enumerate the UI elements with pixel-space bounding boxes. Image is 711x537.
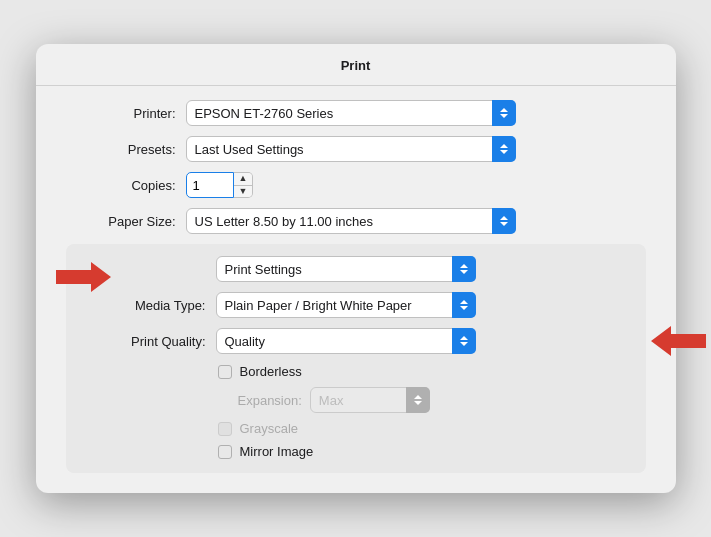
mirror-image-row: Mirror Image (66, 444, 646, 459)
svg-marker-0 (56, 262, 111, 292)
print-settings-select-wrapper: Print Settings (216, 256, 476, 282)
copies-input[interactable] (186, 172, 234, 198)
expansion-row: Expansion: Max Normal Min (66, 387, 646, 413)
print-quality-select-wrapper: Quality (216, 328, 476, 354)
borderless-checkbox[interactable] (218, 365, 232, 379)
dialog-title: Print (36, 44, 676, 86)
copies-label: Copies: (66, 178, 176, 193)
svg-marker-1 (651, 326, 706, 356)
media-type-select[interactable]: Plain Paper / Bright White Paper (216, 292, 476, 318)
printer-label: Printer: (66, 106, 176, 121)
copies-stepper: ▲ ▼ (234, 172, 254, 198)
expansion-label: Expansion: (238, 393, 302, 408)
grayscale-row: Grayscale (66, 421, 646, 436)
mirror-image-checkbox[interactable] (218, 445, 232, 459)
copies-row: Copies: ▲ ▼ (66, 172, 646, 198)
paper-size-label: Paper Size: (66, 214, 176, 229)
mirror-image-label: Mirror Image (240, 444, 314, 459)
borderless-row: Borderless (66, 364, 646, 379)
right-arrow-decoration (651, 326, 706, 356)
grayscale-label: Grayscale (240, 421, 299, 436)
media-type-row: Media Type: Plain Paper / Bright White P… (66, 292, 646, 318)
printer-select-wrapper: EPSON ET-2760 Series (186, 100, 516, 126)
left-red-arrow-icon (56, 262, 111, 292)
print-quality-label: Print Quality: (96, 334, 206, 349)
print-settings-select[interactable]: Print Settings (216, 256, 476, 282)
print-dialog: Print Printer: EPSON ET-2760 Series Pres… (36, 44, 676, 493)
print-settings-row: Print Settings (66, 256, 646, 282)
paper-size-select[interactable]: US Letter 8.50 by 11.00 inches (186, 208, 516, 234)
print-quality-row: Print Quality: Quality (66, 328, 646, 354)
media-type-select-wrapper: Plain Paper / Bright White Paper (216, 292, 476, 318)
copies-increment-button[interactable]: ▲ (234, 173, 253, 186)
left-arrow-decoration (56, 262, 111, 292)
printer-select[interactable]: EPSON ET-2760 Series (186, 100, 516, 126)
presets-label: Presets: (66, 142, 176, 157)
right-red-arrow-icon (651, 326, 706, 356)
copies-decrement-button[interactable]: ▼ (234, 186, 253, 198)
form-area: Printer: EPSON ET-2760 Series Presets: L… (36, 86, 676, 473)
media-type-label: Media Type: (96, 298, 206, 313)
presets-select-wrapper: Last Used Settings (186, 136, 516, 162)
presets-row: Presets: Last Used Settings (66, 136, 646, 162)
paper-size-select-wrapper: US Letter 8.50 by 11.00 inches (186, 208, 516, 234)
print-quality-select[interactable]: Quality (216, 328, 476, 354)
paper-size-row: Paper Size: US Letter 8.50 by 11.00 inch… (66, 208, 646, 234)
borderless-label: Borderless (240, 364, 302, 379)
expansion-select[interactable]: Max Normal Min (310, 387, 430, 413)
printer-row: Printer: EPSON ET-2760 Series (66, 100, 646, 126)
expansion-select-wrapper: Max Normal Min (310, 387, 430, 413)
presets-select[interactable]: Last Used Settings (186, 136, 516, 162)
grayscale-checkbox[interactable] (218, 422, 232, 436)
print-settings-section: Print Settings Media Type: Plain Paper /… (66, 244, 646, 473)
